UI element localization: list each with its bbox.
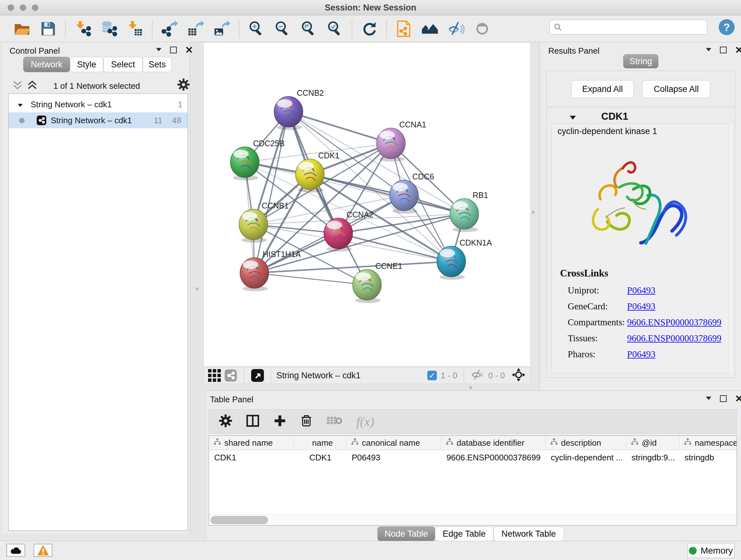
import-table-from-file-icon[interactable]: [126, 20, 144, 37]
show-results-icon[interactable]: [474, 20, 491, 37]
close-panel-icon[interactable]: ✕: [735, 395, 741, 402]
zoom-out-icon[interactable]: [274, 20, 291, 37]
network-edge[interactable]: [310, 174, 464, 214]
network-node-cdc25b[interactable]: [230, 147, 259, 180]
crosslink-link[interactable]: P06493: [627, 301, 656, 312]
column-header--id[interactable]: @id: [626, 436, 679, 450]
selected-checkbox-icon[interactable]: ✓: [427, 371, 437, 380]
crosshair-icon[interactable]: [511, 368, 526, 383]
column-header-database-identifier[interactable]: database identifier: [441, 436, 546, 450]
crosslink-link[interactable]: P06493: [627, 349, 656, 360]
network-node-hist1h1a[interactable]: [240, 258, 269, 291]
collection-expand-icon[interactable]: [17, 100, 23, 110]
tab-style[interactable]: Style: [70, 57, 104, 72]
float-panel-icon[interactable]: [720, 47, 727, 53]
add-column-plus-icon[interactable]: [273, 415, 286, 428]
network-node-ccne1[interactable]: [353, 269, 381, 303]
network-edge[interactable]: [254, 261, 451, 273]
close-panel-icon[interactable]: ✕: [185, 47, 193, 53]
hide-results-icon[interactable]: [448, 20, 465, 37]
zoom-fit-content-icon[interactable]: [300, 20, 317, 37]
column-header-shared-name[interactable]: shared name: [209, 436, 294, 450]
network-node-ccnb2[interactable]: [274, 97, 303, 130]
table-cell[interactable]: CDK1: [209, 450, 294, 465]
bottom-splitter-handle[interactable]: [469, 386, 472, 389]
tab-sets[interactable]: Sets: [143, 57, 172, 72]
network-row-selected[interactable]: String Network – cdk1 11 48: [9, 112, 188, 128]
crosslink-link[interactable]: 9606.ENSP00000378699: [627, 317, 722, 327]
network-collection-row[interactable]: String Network – cdk1 1: [9, 98, 188, 111]
column-header-name[interactable]: name: [294, 436, 347, 450]
float-panel-icon[interactable]: [170, 47, 177, 53]
table-hscrollbar-thumb[interactable]: [211, 516, 268, 524]
column-header-canonical-name[interactable]: canonical name: [347, 436, 441, 450]
table-cell[interactable]: stringdb:9...: [626, 450, 679, 465]
table-cell[interactable]: P06493: [347, 450, 441, 465]
string-protein-query-icon[interactable]: [395, 20, 412, 37]
table-cell[interactable]: 9606.ENSP00000378699: [441, 450, 546, 465]
network-node-ccnb1[interactable]: [239, 209, 268, 243]
network-canvas[interactable]: CCNB2CCNA1CDC25BCDK1CDC6RB1CCNB1CCNA2CDK…: [203, 42, 531, 367]
export-image-icon[interactable]: [213, 20, 230, 37]
network-options-gear-icon[interactable]: [178, 78, 190, 92]
apply-preferred-layout-icon[interactable]: [360, 20, 378, 37]
export-network-icon[interactable]: [161, 20, 178, 37]
table-settings-gear-icon[interactable]: [219, 415, 232, 428]
expand-all-button[interactable]: Expand All: [571, 80, 634, 98]
network-node-cdkn1a[interactable]: [437, 246, 466, 280]
table-cell[interactable]: cyclin-dependent ...: [546, 450, 626, 465]
results-scrollbar[interactable]: [729, 124, 732, 373]
hidden-eye-slash-icon[interactable]: [470, 369, 484, 382]
collapse-panel-icon[interactable]: [705, 47, 712, 53]
minimize-window-icon[interactable]: [20, 4, 26, 11]
right-splitter-handle[interactable]: [532, 211, 535, 214]
import-network-from-database-icon[interactable]: [100, 20, 118, 37]
warnings-button[interactable]: [33, 544, 52, 557]
crosslink-link[interactable]: P06493: [627, 285, 656, 296]
collapse-panel-icon[interactable]: [705, 396, 712, 401]
table-hscrollbar[interactable]: [209, 514, 737, 525]
gene-collapse-icon[interactable]: [569, 115, 576, 121]
table-cell[interactable]: stringdb: [679, 450, 737, 465]
open-session-icon[interactable]: [13, 20, 30, 37]
network-node-ccna1[interactable]: [377, 128, 405, 162]
zoom-in-icon[interactable]: [248, 20, 265, 37]
tab-node-table[interactable]: Node Table: [378, 526, 435, 541]
close-panel-icon[interactable]: ✕: [735, 47, 741, 53]
compartments-icon[interactable]: [421, 20, 439, 37]
collapse-all-button[interactable]: Collapse All: [642, 80, 711, 98]
column-header-description[interactable]: description: [546, 436, 626, 450]
column-header-namespace[interactable]: namespace: [679, 436, 737, 450]
tab-select[interactable]: Select: [104, 57, 143, 72]
network-edge[interactable]: [254, 273, 367, 285]
search-field[interactable]: [549, 20, 707, 35]
tab-network-table[interactable]: Network Table: [493, 526, 564, 541]
tab-edge-table[interactable]: Edge Table: [435, 526, 493, 541]
zoom-selected-icon[interactable]: [326, 20, 343, 37]
left-splitter-handle[interactable]: [196, 287, 199, 291]
network-share-gray-icon[interactable]: [225, 369, 237, 381]
cloud-status-button[interactable]: [6, 544, 25, 557]
crosslink-link[interactable]: 9606.ENSP00000378699: [627, 333, 722, 344]
tab-string[interactable]: String: [623, 54, 658, 68]
network-edge[interactable]: [254, 112, 288, 273]
collapse-panel-icon[interactable]: [156, 47, 162, 53]
float-panel-icon[interactable]: [720, 395, 727, 402]
show-columns-icon[interactable]: [246, 414, 259, 429]
tab-network[interactable]: Network: [23, 57, 70, 72]
collapse-all-networks-icon[interactable]: [12, 80, 23, 91]
show-grid-icon[interactable]: [208, 369, 221, 382]
export-table-icon[interactable]: [187, 20, 204, 37]
help-button[interactable]: ?: [719, 19, 735, 35]
memory-button[interactable]: Memory: [687, 543, 735, 558]
network-node-rb1[interactable]: [450, 199, 479, 232]
table-cell[interactable]: CDK1: [294, 450, 347, 465]
birds-eye-view-icon[interactable]: [251, 369, 264, 382]
maximize-window-icon[interactable]: [32, 4, 38, 11]
close-window-icon[interactable]: [8, 4, 14, 11]
delete-column-trash-icon[interactable]: [300, 414, 313, 429]
import-network-from-file-icon[interactable]: [74, 20, 91, 37]
expand-all-networks-icon[interactable]: [27, 80, 38, 91]
network-edge[interactable]: [288, 112, 391, 143]
save-session-icon[interactable]: [40, 20, 57, 37]
